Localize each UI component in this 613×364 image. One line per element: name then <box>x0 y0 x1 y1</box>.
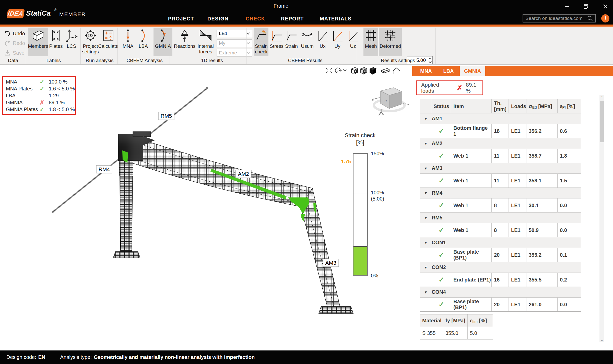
close-button[interactable] <box>600 2 611 11</box>
table-row[interactable]: ✓ Bottom flange 1 18 LE1 356.2 0.6 <box>420 124 581 138</box>
panel-scrollbar[interactable]: ⌃ ⌄ <box>599 95 604 342</box>
scroll-down-icon[interactable]: ⌄ <box>599 338 604 342</box>
strain-button[interactable]: Strain <box>284 28 299 56</box>
ribbon-divider <box>357 28 357 64</box>
mna-label: MNA <box>123 43 133 49</box>
navigation-cube[interactable]: +Y <box>371 85 409 117</box>
calculate-button[interactable]: Calculate <box>98 28 119 56</box>
group-row[interactable]: ▼AM3 <box>420 163 581 173</box>
spinner-arrows-icon[interactable] <box>428 57 432 64</box>
search-icon <box>587 16 593 21</box>
group-name: AM3 <box>432 165 442 171</box>
menu-check[interactable]: CHECK <box>246 16 265 22</box>
mesh-label: Mesh <box>365 43 377 49</box>
reactions-label: Reactions <box>174 43 196 49</box>
scroll-thumb[interactable] <box>600 101 604 142</box>
ribbon-divider <box>435 28 436 64</box>
applied-loads-value: 89.1 % <box>466 82 482 94</box>
save-button[interactable]: Save <box>4 50 25 56</box>
strain-icon <box>285 29 298 43</box>
mna-button[interactable]: MNA <box>121 28 135 56</box>
scale-unit: [%] <box>339 139 381 146</box>
internal-forces-button[interactable]: Internal forces <box>195 28 217 56</box>
plates-button[interactable]: Plates <box>49 28 63 56</box>
members-icon <box>31 29 45 43</box>
scale-green-fill <box>353 246 367 275</box>
header-status: Status <box>432 99 451 113</box>
member-tag-rm4[interactable]: RM4 <box>96 166 112 173</box>
menu-report[interactable]: REPORT <box>281 16 304 22</box>
table-header-row: Status Item Th.[mm] Loads σEd [MPa] εPl … <box>420 99 581 113</box>
right-base-plate[interactable] <box>319 307 353 313</box>
group-row[interactable]: ▼AM2 <box>420 138 581 149</box>
table-row[interactable]: ✓ Base plate (BP1) 20 LE1 355.2 0.1 <box>420 248 581 262</box>
deformed-icon <box>384 29 396 43</box>
model-viewport[interactable]: MNA ✓ 100.0 % MNA Plates ✓ 1.6 < 5.0 % L… <box>0 65 412 350</box>
table-row[interactable]: ✓ End plate (EP1) 16 LE1 355.5 0.2 <box>420 273 581 287</box>
undo-button[interactable]: Undo <box>4 30 25 37</box>
ux-button[interactable]: Ux <box>317 28 328 56</box>
menu-design[interactable]: DESIGN <box>207 16 229 22</box>
group-row[interactable]: ▼CON2 <box>420 262 581 273</box>
group-name: RM5 <box>432 215 442 221</box>
group-label-cbfem-results: CBFEM Results <box>285 58 326 63</box>
menu-materials[interactable]: MATERIALS <box>320 16 351 22</box>
left-base-plate[interactable] <box>113 252 140 258</box>
info-button[interactable]: i <box>601 14 609 22</box>
eps-lim-header: εlim [%] <box>467 314 493 327</box>
group-row[interactable]: ▼CON4 <box>420 287 581 297</box>
table-row[interactable]: ✓ Base plate (BP1) 20 LE1 261.0 0.0 <box>420 297 581 311</box>
load-case-value: LE1 <box>219 31 228 36</box>
model-3d-scene[interactable]: RM5 RM4 AM2 AM3 <box>0 65 412 350</box>
strain-check-button[interactable]: % Strain check <box>254 28 268 56</box>
project-settings-button[interactable]: Project settings <box>81 28 100 56</box>
table-row[interactable]: ✓ Web 1 11 LE1 358.1 1.5 <box>420 173 581 187</box>
members-button[interactable]: Members <box>28 28 48 56</box>
redo-button[interactable]: Redo <box>4 40 25 46</box>
group-row[interactable]: ▼RM4 <box>420 187 581 198</box>
table-row[interactable]: ✓ Web 1 8 LE1 50.9 0.0 <box>420 223 581 237</box>
load-case-select[interactable]: LE1 <box>217 30 252 37</box>
deformed-button[interactable]: Deformed <box>379 28 402 56</box>
ux-label: Ux <box>320 43 325 49</box>
uz-label: Uz <box>350 43 356 49</box>
svg-text:RM5: RM5 <box>161 113 172 119</box>
ribbon: Undo Redo Save Members Plates <box>0 27 613 65</box>
group-name: RM4 <box>432 190 442 196</box>
tab-lba[interactable]: LBA <box>437 66 460 76</box>
menu-project[interactable]: PROJECT <box>168 16 194 22</box>
uy-button[interactable]: Uy <box>332 28 343 56</box>
table-row[interactable]: ✓ Web 1 8 LE1 30.1 0.0 <box>420 198 581 212</box>
scale-current-marker: 1.75 <box>336 159 351 165</box>
strain-check-label: Strain <box>255 43 268 49</box>
scale-title: Strain check <box>339 132 381 139</box>
stress-button[interactable]: Stress <box>269 28 284 56</box>
restore-icon <box>583 4 588 9</box>
lcs-button[interactable]: LCS <box>64 28 79 56</box>
member-tag-am3[interactable]: AM3 <box>323 259 339 267</box>
group-row[interactable]: ▼AM1 <box>420 113 581 124</box>
mesh-button[interactable]: Mesh <box>363 28 378 56</box>
group-row[interactable]: ▼CON1 <box>420 237 581 248</box>
member-tag-rm5[interactable]: RM5 <box>158 112 174 120</box>
lba-label: LBA <box>139 43 148 49</box>
maximize-button[interactable] <box>580 2 592 11</box>
lba-button[interactable]: LBA <box>136 28 151 56</box>
component-select[interactable]: My <box>217 39 252 47</box>
tab-mna[interactable]: MNA <box>415 66 437 76</box>
scroll-up-icon[interactable]: ⌃ <box>599 96 604 100</box>
reactions-button[interactable]: Reactions <box>173 28 197 56</box>
header-item: Item <box>451 99 491 113</box>
extreme-select[interactable]: Extreme <box>217 49 252 57</box>
window-title: Frame <box>255 3 306 9</box>
search-input[interactable]: Search on ideastatica.com <box>523 14 596 22</box>
member-tag-am2[interactable]: AM2 <box>235 170 251 178</box>
group-row[interactable]: ▼RM5 <box>420 212 581 223</box>
tab-gmnia[interactable]: GMNIA <box>460 66 485 76</box>
extreme-value: Extreme <box>219 50 237 56</box>
table-row[interactable]: ✓ Web 1 11 LE1 358.7 1.8 <box>420 149 581 163</box>
usum-button[interactable]: Usum <box>299 28 315 56</box>
minimize-button[interactable] <box>561 2 573 11</box>
material-row[interactable]: S 355 355.0 5.0 <box>420 327 493 339</box>
lcs-label: LCS <box>67 43 76 49</box>
